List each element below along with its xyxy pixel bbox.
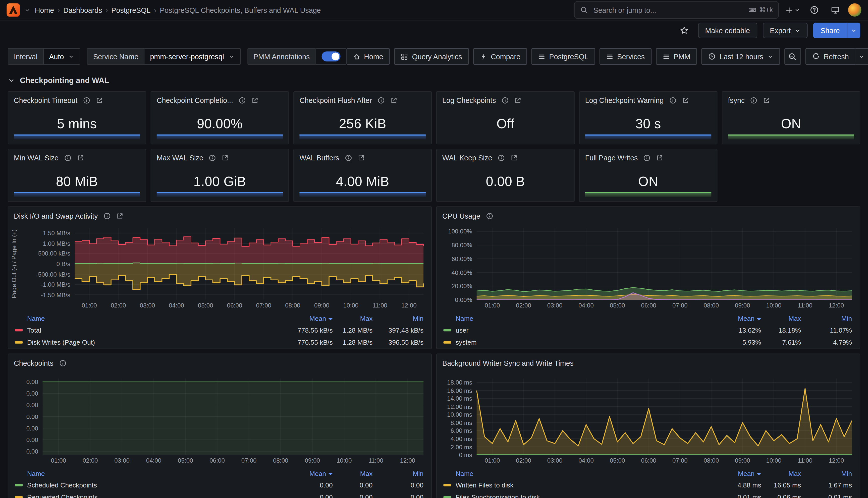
sort-caret-icon [328, 318, 333, 320]
legend-col-max[interactable]: Max [761, 315, 801, 323]
refresh-label: Refresh [824, 52, 848, 61]
legend-row-scheduled-checkpoints[interactable]: Scheduled Checkpoints0.000.000.00 [15, 479, 424, 491]
service-name-select[interactable]: pmm-server-postgresql [144, 48, 241, 65]
help-button[interactable] [806, 2, 822, 18]
interval-label: Interval [8, 48, 43, 65]
legend-col-max[interactable]: Max [333, 315, 373, 323]
stat-value: Off [441, 116, 570, 132]
pmm-logo[interactable] [7, 3, 20, 16]
y-axis-tick: 0.00% [441, 297, 472, 303]
legend-col-min[interactable]: Min [373, 470, 424, 477]
series-name: Requested Checkpoints [27, 494, 98, 498]
add-menu-button[interactable] [783, 2, 802, 18]
search-bar[interactable]: ⌘+k [574, 1, 779, 19]
time-range-picker[interactable]: Last 12 hours [701, 48, 780, 65]
legend-col-name[interactable]: Name [443, 470, 699, 477]
series-color-swatch [443, 496, 451, 498]
external-link-icon [251, 97, 259, 104]
breadcrumb-item-postgresql[interactable]: PostgreSQL [111, 6, 151, 14]
legend-row-requested-checkpoints[interactable]: Requested Checkpoints0.000.000.00 [15, 491, 424, 498]
grafana-pmm-dashboard: Home›Dashboards›PostgreSQL›PostgreSQL Ch… [0, 0, 868, 498]
breadcrumb-item-postgresql-checkpoints-buffers-and-wal-usage[interactable]: PostgreSQL Checkpoints, Buffers and WAL … [160, 6, 321, 14]
legend-col-mean[interactable]: Mean [271, 315, 333, 323]
x-axis-tick: 03:00 [544, 302, 566, 309]
share-button[interactable]: Share [813, 23, 847, 38]
export-button[interactable]: Export [763, 23, 808, 38]
home-icon [353, 53, 360, 60]
export-label: Export [770, 26, 791, 35]
legend-row-disk-reads-page-in[interactable]: Disk Reads (Page In)2.01 kB/s53.47 kB/s7… [15, 349, 424, 349]
legend-col-max[interactable]: Max [761, 470, 801, 477]
search-input[interactable] [592, 5, 744, 15]
legend-row-steal[interactable]: steal1.17%10.76%0.02% [443, 349, 852, 349]
legend-col-min[interactable]: Min [801, 315, 852, 323]
legend-col-mean[interactable]: Mean [699, 315, 761, 323]
x-axis-tick: 08:00 [282, 302, 304, 309]
chart-area[interactable]: 18.00 ms16.00 ms14.00 ms12.00 ms10.00 ms… [441, 374, 855, 466]
toolbar-button-postgresql[interactable]: PostgreSQL [531, 48, 595, 65]
legend-col-name[interactable]: Name [15, 315, 271, 323]
refresh-interval-dropdown[interactable] [855, 48, 868, 65]
chart-plot[interactable] [441, 374, 855, 466]
legend-col-mean[interactable]: Mean [699, 470, 761, 477]
org-switcher-caret-icon[interactable] [24, 7, 30, 13]
stat-panels-row-2: Min WAL Size80 MiBMax WAL Size1.00 GiBWA… [8, 149, 860, 202]
interval-select[interactable]: Auto [43, 48, 80, 65]
legend-col-max[interactable]: Max [333, 470, 373, 477]
bolt-icon [480, 53, 487, 60]
plus-icon [785, 6, 793, 14]
search-shortcut-hint: ⌘+k [749, 6, 773, 14]
kiosk-mode-button[interactable] [827, 2, 844, 18]
chart-plot[interactable] [13, 223, 427, 311]
toggle-switch-on[interactable] [322, 51, 340, 62]
toolbar-button-home[interactable]: Home [346, 48, 390, 65]
series-color-swatch [15, 484, 23, 486]
legend-col-mean[interactable]: Mean [271, 470, 333, 477]
legend-col-min[interactable]: Min [373, 315, 424, 323]
breadcrumb-item-dashboards[interactable]: Dashboards [63, 6, 102, 14]
legend-row-written-files-to-disk[interactable]: Written Files to disk4.88 ms16.05 ms1.67… [443, 479, 852, 491]
x-axis-tick: 04:00 [575, 457, 597, 463]
chart-area[interactable]: 1.50 MB/s1.00 MB/s500.00 kB/s0 B/s-500.0… [13, 223, 427, 311]
legend-col-name[interactable]: Name [15, 470, 271, 477]
legend-col-min[interactable]: Min [801, 470, 852, 477]
share-dropdown-button[interactable] [847, 23, 860, 38]
pmm-annotations-toggle[interactable] [315, 48, 346, 65]
user-avatar[interactable] [848, 3, 861, 16]
zoom-out-icon [788, 52, 797, 61]
toolbar-button-services[interactable]: Services [599, 48, 651, 65]
external-link-icon [221, 154, 229, 162]
toolbar-button-compare[interactable]: Compare [473, 48, 527, 65]
stat-gauge-bar [14, 134, 140, 140]
chart-plot[interactable] [441, 223, 855, 311]
toolbar-button-pmm[interactable]: PMM [656, 48, 697, 65]
chart-area[interactable]: 0.000.000.000.000.000.000.0001:0002:0003… [13, 374, 427, 466]
breadcrumb-item-home[interactable]: Home [35, 6, 54, 14]
refresh-button[interactable]: Refresh [805, 48, 856, 65]
legend-row-user[interactable]: user13.62%18.18%11.07% [443, 324, 852, 336]
stat-value: 4.00 MiB [298, 174, 427, 189]
legend: NameMeanMaxMinScheduled Checkpoints0.000… [15, 468, 424, 498]
legend-row-total[interactable]: Total778.56 kB/s1.28 MB/s397.43 kB/s [15, 324, 424, 336]
chart-plot[interactable] [13, 374, 427, 466]
chart-area[interactable]: 100.00%80.00%60.00%40.00%20.00%0.00%01:0… [441, 223, 855, 311]
section-checkpointing-and-wal[interactable]: Checkpointing and WAL [8, 75, 860, 86]
series-mean: 0.00 [271, 482, 333, 489]
legend-row-system[interactable]: system5.93%7.61%4.79% [443, 336, 852, 349]
y-axis-tick: 8.00 ms [441, 419, 472, 426]
y-axis-tick: 80.00% [441, 242, 472, 248]
stat-value: 30 s [584, 116, 712, 132]
toolbar-button-label: Query Analytics [412, 52, 462, 61]
breadcrumb-separator: › [105, 5, 108, 14]
legend-row-disk-writes-page-out[interactable]: Disk Writes (Page Out)776.55 kB/s1.28 MB… [15, 336, 424, 349]
x-axis-tick: 05:00 [606, 302, 629, 309]
toolbar-button-query-analytics[interactable]: Query Analytics [394, 48, 469, 65]
stat-panel-fsync: fsyncON [722, 91, 860, 145]
zoom-out-button[interactable] [785, 48, 801, 65]
series-max: 0.00 [333, 494, 373, 498]
legend-row-files-synchronization-to-disk[interactable]: Files Synchronization to disk0.01 ms0.06… [443, 491, 852, 498]
favorite-star-button[interactable] [676, 22, 692, 39]
legend-col-name[interactable]: Name [443, 315, 699, 323]
panel-title: CPU Usage [442, 212, 480, 220]
make-editable-button[interactable]: Make editable [698, 23, 757, 38]
